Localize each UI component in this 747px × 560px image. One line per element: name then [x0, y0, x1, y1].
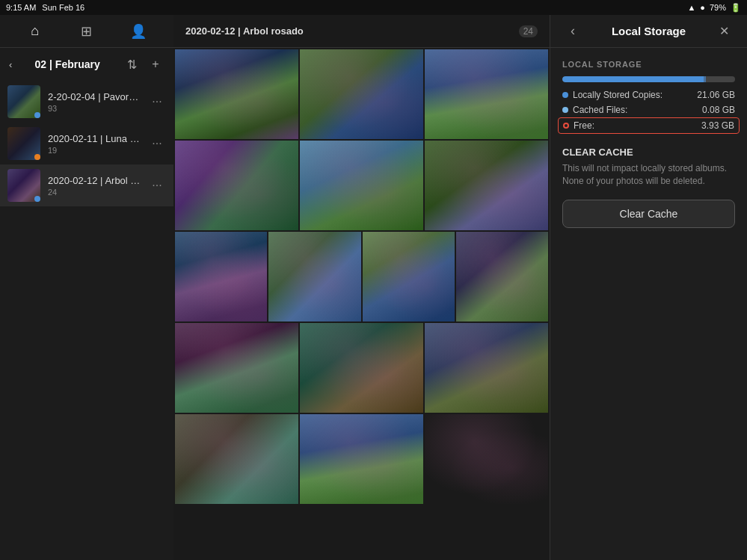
album-info-1: 2-20-02-04 | Pavorreales 93	[48, 91, 141, 113]
photo-cell-5[interactable]	[300, 141, 423, 230]
photo-row-1	[175, 49, 548, 139]
sync-dot-1	[34, 112, 40, 118]
photo-cell-1[interactable]	[175, 49, 298, 139]
legend-left-locally-stored: Locally Stored Copies:	[562, 90, 663, 100]
value-free: 3.93 GB	[701, 120, 734, 131]
sidebar-nav: ⌂ ⊞ 👤	[0, 15, 173, 48]
header-actions: ⇅ +	[123, 55, 165, 73]
photo-row-2	[175, 141, 548, 230]
status-time: 9:15 AM	[6, 3, 36, 12]
album-more-3[interactable]: ···	[148, 179, 166, 192]
dot-free	[563, 123, 569, 129]
status-right: ▲ ● 79% 🔋	[687, 3, 741, 13]
album-more-2[interactable]: ···	[148, 137, 166, 150]
add-icon[interactable]: +	[147, 55, 165, 73]
album-name-3: 2020-02-12 | Arbol rosado	[48, 175, 141, 186]
album-name-2: 2020-02-11 | Luna Saliendo	[48, 133, 141, 144]
value-cached: 0.08 GB	[702, 105, 735, 115]
album-info-3: 2020-02-12 | Arbol rosado 24	[48, 175, 141, 197]
chevron-left-icon: ‹	[9, 59, 12, 70]
panel-body: LOCAL STORAGE Locally Stored Copies: 21.…	[550, 48, 747, 560]
album-count-2: 19	[48, 146, 141, 155]
photo-cell-6[interactable]	[425, 141, 548, 230]
status-left: 9:15 AM Sun Feb 16	[6, 3, 84, 12]
panel-close-button[interactable]: ✕	[714, 21, 735, 42]
back-button[interactable]: ‹	[9, 59, 12, 70]
storage-legend-cached: Cached Files: 0.08 GB	[562, 105, 735, 115]
main-content: 2020-02-12 | Arbol rosado 24	[173, 15, 550, 560]
photo-cell-4[interactable]	[175, 141, 298, 230]
dot-cached	[562, 107, 568, 113]
legend-left-cached: Cached Files:	[562, 105, 627, 115]
photo-cell-2[interactable]	[300, 49, 423, 139]
legend-left-free: Free:	[563, 120, 594, 131]
photo-cell-8[interactable]	[268, 232, 360, 321]
right-panel: ‹ Local Storage ✕ LOCAL STORAGE Locally …	[550, 15, 747, 560]
photo-cell-11[interactable]	[175, 323, 298, 413]
status-bar: 9:15 AM Sun Feb 16 ▲ ● 79% 🔋	[0, 0, 747, 15]
photo-cell-7[interactable]	[175, 232, 267, 321]
clear-cache-section: CLEAR CACHE This will not impact locally…	[562, 147, 735, 228]
wifi-icon: ▲	[687, 3, 695, 12]
battery-icon: 🔋	[731, 3, 741, 13]
album-count-3: 24	[48, 188, 141, 197]
value-locally-stored: 21.06 GB	[697, 90, 735, 100]
storage-legend: Locally Stored Copies: 21.06 GB Cached F…	[562, 90, 735, 132]
sidebar-item-album-1[interactable]: 2-20-02-04 | Pavorreales 93 ···	[0, 81, 173, 123]
label-cached: Cached Files:	[573, 105, 627, 115]
nav-home-icon[interactable]: ⌂	[24, 20, 46, 43]
storage-bar-container: Locally Stored Copies: 21.06 GB Cached F…	[562, 76, 735, 132]
photo-row-3	[175, 232, 548, 321]
photo-cell-empty	[425, 414, 548, 504]
photo-header: 2020-02-12 | Arbol rosado 24	[173, 15, 550, 48]
signal-icon: ●	[700, 3, 705, 12]
storage-legend-free: Free: 3.93 GB	[558, 117, 740, 134]
sidebar: ⌂ ⊞ 👤 ‹ 02 | February ⇅ + 2-20-02-04 | P…	[0, 15, 173, 560]
label-locally-stored: Locally Stored Copies:	[573, 90, 663, 100]
panel-title: Local Storage	[612, 25, 686, 37]
album-more-1[interactable]: ···	[148, 95, 166, 108]
photo-cell-14[interactable]	[175, 414, 298, 504]
panel-header: ‹ Local Storage ✕	[550, 15, 747, 48]
album-count-1: 93	[48, 104, 141, 113]
storage-section-title: LOCAL STORAGE	[562, 60, 735, 69]
photo-cell-13[interactable]	[425, 323, 548, 413]
nav-people-icon[interactable]: 👤	[127, 20, 150, 43]
clear-cache-title: CLEAR CACHE	[562, 147, 735, 158]
storage-legend-locally-stored: Locally Stored Copies: 21.06 GB	[562, 90, 735, 100]
photo-row-5	[175, 414, 548, 504]
dot-locally-stored	[562, 92, 568, 98]
album-name-1: 2-20-02-04 | Pavorreales	[48, 91, 141, 102]
sync-dot-2	[34, 154, 40, 160]
storage-bar-cached	[704, 76, 705, 82]
photo-cell-10[interactable]	[456, 232, 548, 321]
photo-cell-15[interactable]	[300, 414, 423, 504]
status-date: Sun Feb 16	[42, 3, 84, 12]
panel-back-button[interactable]: ‹	[562, 21, 583, 42]
storage-bar	[562, 76, 735, 82]
photo-row-4	[175, 323, 548, 413]
sort-icon[interactable]: ⇅	[123, 55, 141, 73]
sidebar-item-album-2[interactable]: 2020-02-11 | Luna Saliendo 19 ···	[0, 123, 173, 164]
photo-grid[interactable]	[173, 48, 550, 560]
photo-header-title: 2020-02-12 | Arbol rosado	[185, 25, 510, 37]
label-free: Free:	[574, 120, 594, 131]
clear-cache-button[interactable]: Clear Cache	[562, 200, 735, 228]
clear-cache-description: This will not impact locally stored albu…	[562, 162, 735, 188]
nav-grid-icon[interactable]: ⊞	[76, 20, 98, 43]
photo-cell-3[interactable]	[425, 49, 548, 139]
storage-bar-used	[562, 76, 704, 82]
album-list-header: ‹ 02 | February ⇅ +	[0, 48, 173, 81]
album-list-title: 02 | February	[35, 58, 100, 70]
photo-cell-9[interactable]	[363, 232, 455, 321]
photo-count-badge: 24	[519, 25, 538, 37]
sidebar-item-album-3[interactable]: 2020-02-12 | Arbol rosado 24 ···	[0, 164, 173, 206]
battery-level: 79%	[710, 3, 726, 12]
sync-dot-3	[34, 196, 40, 202]
album-info-2: 2020-02-11 | Luna Saliendo 19	[48, 133, 141, 155]
photo-cell-12[interactable]	[300, 323, 423, 413]
